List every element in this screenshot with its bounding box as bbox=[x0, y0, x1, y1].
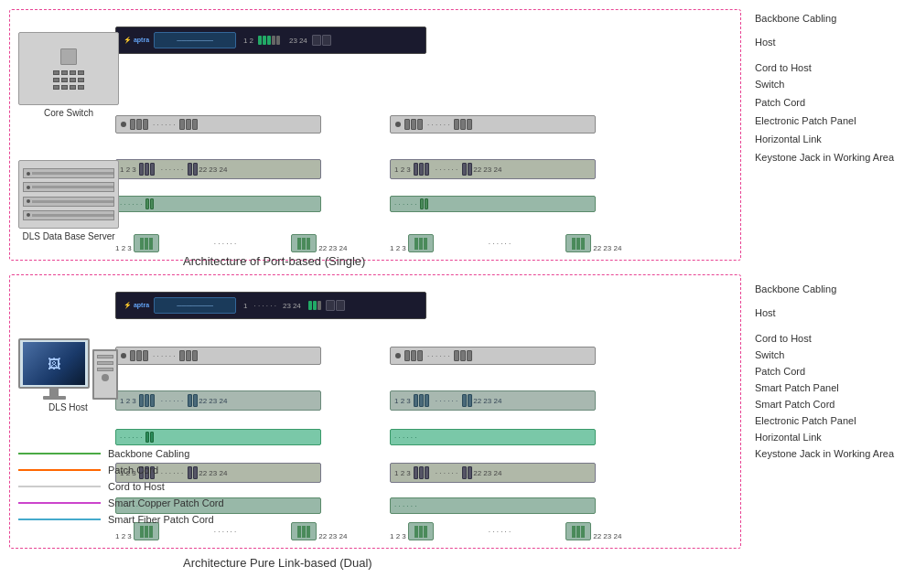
rl-elec-top: Electronic Patch Panel bbox=[755, 115, 910, 126]
switch-label-bottom: Switch bbox=[755, 349, 784, 360]
keystone-jack-label-bottom: Keystone Jack in Working Area bbox=[755, 448, 894, 459]
rl-host-top: Host bbox=[755, 37, 910, 48]
hub-display-b: ──────── bbox=[154, 297, 236, 314]
hub-sfp-ports-b bbox=[326, 300, 345, 311]
legend-cord-label: Cord to Host bbox=[108, 481, 165, 492]
keystone-jack-label-top: Keystone Jack in Working Area bbox=[755, 152, 894, 163]
legend-cord-line bbox=[18, 486, 101, 487]
arch-label-bottom: Architecture Pure Link-based (Dual) bbox=[183, 556, 372, 570]
legend-smart-fiber-label: Smart Fiber Patch Cord bbox=[108, 514, 214, 525]
conn-box2-right-bottom: · · · · · · bbox=[390, 497, 596, 514]
cord-to-host-label-bottom: Cord to Host bbox=[755, 333, 812, 344]
dls-server-device: DLS Data Base Server bbox=[18, 160, 119, 241]
right-labels-top: Backbone Cabling Host Cord to Host Switc… bbox=[755, 13, 910, 166]
rl-cord-top: Cord to Host bbox=[755, 62, 910, 73]
hub-sfp-ports bbox=[312, 35, 331, 46]
patch-panel-right-top: 1 2 3 · · · · · · 22 23 24 bbox=[390, 159, 596, 179]
conn-box-right-top: · · · · · · bbox=[390, 196, 596, 212]
hub-port-indicators-b bbox=[308, 301, 321, 310]
bottom-modules-left-top: 1 2 3 · · · · · · 22 23 24 bbox=[115, 234, 347, 252]
legend-smart-fiber: Smart Fiber Patch Cord bbox=[18, 514, 284, 525]
rl-horiz-bottom: Horizontal Link bbox=[755, 432, 910, 443]
smart-panel-label-bottom: Smart Patch Panel bbox=[755, 382, 839, 393]
core-switch-graphic bbox=[18, 32, 119, 105]
rl-switch-bottom: Switch bbox=[755, 349, 910, 360]
rl-elec-bottom: Electronic Patch Panel bbox=[755, 415, 910, 426]
core-switch-label: Core Switch bbox=[18, 108, 119, 118]
legend-smart-copper: Smart Copper Patch Cord bbox=[18, 497, 284, 508]
main-container: ⚡ aptra ──────── 1 2 23 24 bbox=[0, 0, 915, 588]
rl-backbone-top: Backbone Cabling bbox=[755, 13, 910, 24]
horizontal-link-label-top: Horizontal Link bbox=[755, 134, 822, 144]
main-hub-top: ⚡ aptra ──────── 1 2 23 24 bbox=[115, 27, 426, 54]
rl-smart-panel-bottom: Smart Patch Panel bbox=[755, 382, 910, 393]
smart-conn-box-right-bottom: · · · · · · bbox=[390, 429, 596, 445]
arch-label-top: Architecture of Port-based (Single) bbox=[183, 254, 365, 268]
patch-panel-left-top: 1 2 3 · · · · · · 22 23 24 bbox=[115, 159, 321, 179]
main-hub-bottom: ⚡ aptra ──────── 1 · · · · · · 23 24 bbox=[115, 292, 426, 319]
host-label-bottom: Host bbox=[755, 307, 776, 318]
net-switch-left-bottom: · · · · · · bbox=[115, 347, 321, 365]
hub-display: ──────── bbox=[154, 32, 236, 48]
legend-patch: Patch Cord bbox=[18, 465, 284, 476]
legend-area: Backbone Cabling Patch Cord Cord to Host… bbox=[18, 448, 284, 530]
rl-patch-bottom: Patch Cord bbox=[755, 366, 910, 377]
right-labels-bottom: Backbone Cabling Host Cord to Host Switc… bbox=[755, 283, 910, 463]
dls-host-graphic: 🖼 bbox=[18, 338, 118, 400]
legend-patch-label: Patch Cord bbox=[108, 465, 158, 476]
dls-host-label: DLS Host bbox=[18, 402, 118, 412]
rl-patch-top: Patch Cord bbox=[755, 97, 910, 108]
rl-smart-cord-bottom: Smart Patch Cord bbox=[755, 399, 910, 410]
switch-label-top: Switch bbox=[755, 79, 784, 90]
conn-box-left-top: · · · · · · bbox=[115, 196, 321, 212]
rl-keystone-top: Keystone Jack in Working Area bbox=[755, 152, 910, 163]
host-label-top: Host bbox=[755, 37, 776, 48]
hub-ports-num: 23 24 bbox=[289, 37, 307, 45]
legend-smart-fiber-line bbox=[18, 519, 101, 520]
legend-cord-host: Cord to Host bbox=[18, 481, 284, 492]
legend-backbone-line bbox=[18, 453, 101, 454]
electronic-panel-label-top: Electronic Patch Panel bbox=[755, 115, 856, 126]
rl-cord-bottom: Cord to Host bbox=[755, 333, 910, 344]
legend-patch-line bbox=[18, 469, 101, 471]
legend-backbone-label: Backbone Cabling bbox=[108, 448, 189, 459]
rl-switch-top: Switch bbox=[755, 79, 910, 90]
backbone-cabling-label-bottom: Backbone Cabling bbox=[755, 283, 836, 294]
legend-backbone: Backbone Cabling bbox=[18, 448, 284, 459]
hub-brand: ⚡ aptra bbox=[124, 37, 149, 44]
dls-server-graphic bbox=[18, 160, 119, 229]
top-section: ⚡ aptra ──────── 1 2 23 24 bbox=[9, 9, 741, 261]
core-switch-device: Core Switch bbox=[18, 32, 119, 118]
patch-cord-label-top: Patch Cord bbox=[755, 97, 805, 108]
dls-host-device: 🖼 DLS Host bbox=[18, 338, 118, 412]
cord-to-host-label-top: Cord to Host bbox=[755, 62, 812, 73]
hub-ports-left-b: 1 · · · · · · 23 24 bbox=[243, 302, 301, 310]
legend-smart-copper-line bbox=[18, 502, 101, 504]
patch-cord-label-bottom: Patch Cord bbox=[755, 366, 805, 377]
rl-host-bottom: Host bbox=[755, 307, 910, 318]
electronic-panel-label-bottom: Electronic Patch Panel bbox=[755, 415, 856, 426]
hub-ports-left: 1 2 bbox=[243, 37, 253, 45]
hub-port-indicators bbox=[258, 36, 280, 45]
smart-conn-box-left-bottom: · · · · · · bbox=[115, 429, 321, 445]
net-switch-right-bottom: · · · · · · bbox=[390, 347, 596, 365]
smart-patch-panel-right-bottom: 1 2 3 · · · · · · 22 23 24 bbox=[390, 390, 596, 411]
smart-cord-label-bottom: Smart Patch Cord bbox=[755, 399, 834, 410]
backbone-cabling-label-top: Backbone Cabling bbox=[755, 13, 836, 24]
hub-brand-b: ⚡ aptra bbox=[124, 302, 149, 309]
rl-horiz-top: Horizontal Link bbox=[755, 134, 910, 144]
legend-smart-copper-label: Smart Copper Patch Cord bbox=[108, 497, 224, 508]
rl-backbone-bottom: Backbone Cabling bbox=[755, 283, 910, 294]
bottom-modules-right-bottom: 1 2 3 · · · · · · 22 23 24 bbox=[390, 522, 621, 540]
rl-keystone-bottom: Keystone Jack in Working Area bbox=[755, 448, 910, 459]
patch-panel2-right-bottom: 1 2 3 · · · · · · 22 23 24 bbox=[390, 463, 596, 483]
smart-patch-panel-left-bottom: 1 2 3 · · · · · · 22 23 24 bbox=[115, 390, 321, 411]
bottom-modules-right-top: 1 2 3 · · · · · · 22 23 24 bbox=[390, 234, 621, 252]
dls-server-label: DLS Data Base Server bbox=[18, 231, 119, 241]
net-switch-left-top: · · · · · · bbox=[115, 115, 321, 134]
horizontal-link-label-bottom: Horizontal Link bbox=[755, 432, 822, 443]
net-switch-right-top: · · · · · · bbox=[390, 115, 596, 134]
